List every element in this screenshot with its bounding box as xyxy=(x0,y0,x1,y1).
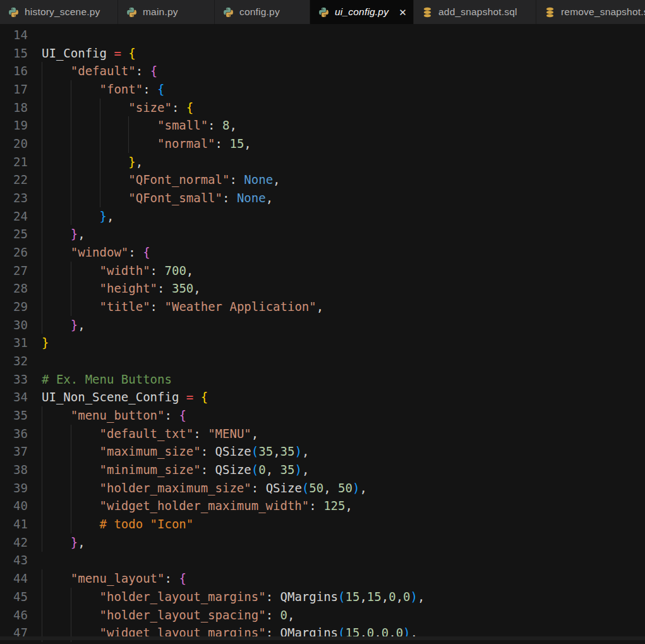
code-editor[interactable]: 1415UI_Config = {16 "default": {17 "font… xyxy=(0,24,645,640)
code-line[interactable]: 25 }, xyxy=(0,225,645,243)
code-line[interactable]: 43 xyxy=(0,551,645,569)
line-number[interactable]: 15 xyxy=(0,44,28,63)
code-line[interactable]: 21 }, xyxy=(0,153,645,171)
code-line[interactable]: 23 "QFont_small": None, xyxy=(0,189,645,207)
line-number[interactable]: 19 xyxy=(0,116,28,135)
indent-guide xyxy=(128,135,129,153)
code-line-text: }, xyxy=(42,225,645,243)
line-number[interactable]: 38 xyxy=(0,461,28,479)
code-line[interactable]: 30 }, xyxy=(0,316,645,334)
tab-main-py[interactable]: main.py xyxy=(118,0,215,24)
horizontal-scrollbar-track[interactable] xyxy=(0,636,645,640)
line-number[interactable]: 26 xyxy=(0,243,28,262)
code-line-text: UI_Non_Scene_Config = { xyxy=(42,388,645,406)
line-number[interactable]: 21 xyxy=(0,153,28,171)
line-number[interactable]: 34 xyxy=(0,388,28,406)
line-number[interactable]: 42 xyxy=(0,533,28,552)
code-line[interactable]: 31} xyxy=(0,334,645,352)
code-line-text: "height": 350, xyxy=(42,279,645,298)
line-number[interactable]: 23 xyxy=(0,189,28,207)
database-icon xyxy=(422,7,433,18)
line-number[interactable]: 24 xyxy=(0,207,28,226)
line-number[interactable]: 40 xyxy=(0,497,28,515)
code-line[interactable]: 45 "holder_layout_margins": QMargins(15,… xyxy=(0,588,645,606)
line-number[interactable]: 39 xyxy=(0,479,28,497)
tab-remove_snapshot-sql[interactable]: remove_snapshot.sql xyxy=(536,0,645,24)
code-line[interactable]: 34UI_Non_Scene_Config = { xyxy=(0,388,645,406)
line-number[interactable]: 44 xyxy=(0,569,28,588)
code-line[interactable]: 29 "title": "Weather Application", xyxy=(0,298,645,316)
code-line[interactable]: 37 "maximum_size": QSize(35,35), xyxy=(0,442,645,461)
indent-guide xyxy=(71,425,71,443)
indent-guide xyxy=(71,135,71,153)
code-line[interactable]: 41 # todo "Icon" xyxy=(0,515,645,533)
line-number[interactable]: 22 xyxy=(0,171,28,189)
indent-guide xyxy=(71,189,71,207)
code-line[interactable]: 40 "widget_holder_maximum_width": 125, xyxy=(0,497,645,515)
line-number[interactable]: 25 xyxy=(0,225,28,243)
line-number[interactable]: 43 xyxy=(0,551,28,569)
indent-guide xyxy=(71,298,71,316)
tab-config-py[interactable]: config.py xyxy=(215,0,310,24)
line-number[interactable]: 41 xyxy=(0,515,28,533)
indent-guide xyxy=(71,279,71,298)
indent-guide xyxy=(42,80,42,99)
code-line[interactable]: 44 "menu_layout": { xyxy=(0,569,645,588)
line-number[interactable]: 29 xyxy=(0,298,28,316)
indent-guide xyxy=(42,479,42,497)
line-number[interactable]: 45 xyxy=(0,588,28,606)
code-line[interactable]: 42 }, xyxy=(0,533,645,552)
code-line[interactable]: 22 "QFont_normal": None, xyxy=(0,171,645,189)
indent-guide xyxy=(42,189,42,207)
code-line[interactable]: 16 "default": { xyxy=(0,62,645,80)
code-line[interactable]: 17 "font": { xyxy=(0,80,645,99)
line-number[interactable]: 16 xyxy=(0,62,28,80)
database-icon xyxy=(545,7,555,18)
tab-label: config.py xyxy=(239,6,280,18)
line-number[interactable]: 37 xyxy=(0,442,28,461)
indent-guide xyxy=(42,225,42,243)
code-line[interactable]: 36 "default_txt": "MENU", xyxy=(0,425,645,443)
line-number[interactable]: 27 xyxy=(0,262,28,280)
indent-guide xyxy=(71,116,71,135)
tab-add_snapshot-sql[interactable]: add_snapshot.sql xyxy=(414,0,536,24)
line-number[interactable]: 17 xyxy=(0,80,28,99)
code-line[interactable]: 19 "small": 8, xyxy=(0,116,645,135)
line-number[interactable]: 32 xyxy=(0,352,28,370)
indent-guide xyxy=(42,569,42,588)
indent-guide xyxy=(42,153,42,171)
line-number[interactable]: 28 xyxy=(0,279,28,298)
code-line[interactable]: 35 "menu_button": { xyxy=(0,406,645,425)
indent-guide xyxy=(42,316,42,334)
line-number[interactable]: 46 xyxy=(0,606,28,624)
line-number[interactable]: 31 xyxy=(0,334,28,352)
code-line[interactable]: 26 "window": { xyxy=(0,243,645,262)
line-number[interactable]: 33 xyxy=(0,370,28,389)
code-line[interactable]: 18 "size": { xyxy=(0,99,645,117)
line-number[interactable]: 20 xyxy=(0,135,28,153)
indent-guide xyxy=(100,153,100,171)
code-line[interactable]: 32 xyxy=(0,352,645,370)
close-icon[interactable]: ✕ xyxy=(399,8,407,17)
code-line[interactable]: 28 "height": 350, xyxy=(0,279,645,298)
indent-guide xyxy=(71,207,71,226)
line-number[interactable]: 36 xyxy=(0,425,28,443)
code-line[interactable]: 27 "width": 700, xyxy=(0,262,645,280)
tab-history_scene-py[interactable]: history_scene.py xyxy=(0,0,118,24)
code-line[interactable]: 20 "normal": 15, xyxy=(0,135,645,153)
code-line[interactable]: 38 "minimum_size": QSize(0, 35), xyxy=(0,461,645,479)
line-number[interactable]: 30 xyxy=(0,316,28,334)
code-line-text: "default": { xyxy=(42,62,645,80)
code-line[interactable]: 24 }, xyxy=(0,207,645,226)
code-line[interactable]: 15UI_Config = { xyxy=(0,44,645,63)
indent-guide xyxy=(100,116,100,135)
code-line[interactable]: 33# Ex. Menu Buttons xyxy=(0,370,645,389)
tab-ui_config-py[interactable]: ui_config.py✕ xyxy=(310,0,414,24)
tab-label: ui_config.py xyxy=(335,6,389,18)
code-line[interactable]: 14 xyxy=(0,26,645,44)
line-number[interactable]: 14 xyxy=(0,26,28,44)
code-line[interactable]: 46 "holder_layout_spacing": 0, xyxy=(0,606,645,624)
line-number[interactable]: 18 xyxy=(0,99,28,117)
code-line[interactable]: 39 "holder_maximum_size": QSize(50, 50), xyxy=(0,479,645,497)
line-number[interactable]: 35 xyxy=(0,406,28,425)
